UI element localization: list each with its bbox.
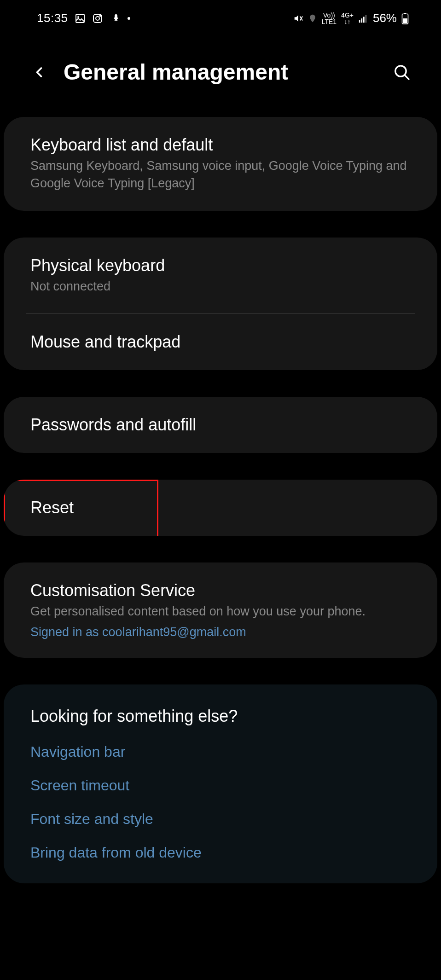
volte-indicator: Vo))LTE1: [322, 12, 337, 25]
search-button[interactable]: [390, 61, 413, 84]
svg-rect-10: [363, 17, 365, 23]
svg-rect-13: [404, 13, 406, 14]
row-title: Reset: [30, 498, 411, 517]
mute-icon: [293, 13, 303, 23]
row-title: Mouse and trackpad: [30, 332, 411, 352]
row-subtitle: Not connected: [30, 278, 411, 296]
page-title: General management: [64, 59, 390, 85]
dot-icon: [127, 17, 131, 20]
search-icon: [393, 63, 411, 81]
card-customisation: Customisation Service Get personalised c…: [4, 562, 437, 658]
signal-icon: [358, 13, 368, 23]
row-physical-keyboard[interactable]: Physical keyboard Not connected: [4, 238, 437, 314]
row-subtitle: Samsung Keyboard, Samsung voice input, G…: [30, 157, 411, 192]
status-right: Vo))LTE1 4G+↓↑ 56%: [293, 11, 409, 25]
card-passwords: Passwords and autofill: [4, 397, 437, 453]
svg-rect-9: [361, 18, 362, 23]
link-navigation-bar[interactable]: Navigation bar: [30, 743, 411, 760]
row-reset[interactable]: Reset: [4, 480, 437, 536]
row-subtitle: Get personalised content based on how yo…: [30, 603, 411, 620]
signed-in-text: Signed in as coolarihant95@gmail.com: [30, 625, 411, 639]
svg-point-5: [128, 17, 130, 20]
svg-rect-14: [403, 18, 407, 23]
row-title: Physical keyboard: [30, 256, 411, 275]
svg-point-4: [99, 15, 100, 16]
status-time: 15:35: [37, 11, 68, 25]
svg-point-3: [96, 17, 99, 20]
looking-for-card: Looking for something else? Navigation b…: [4, 684, 437, 883]
link-font-size-style[interactable]: Font size and style: [30, 811, 411, 828]
row-title: Keyboard list and default: [30, 135, 411, 155]
looking-title: Looking for something else?: [30, 707, 411, 726]
chevron-left-icon: [31, 64, 47, 81]
link-bring-data[interactable]: Bring data from old device: [30, 844, 411, 861]
battery-icon: [401, 12, 409, 24]
link-screen-timeout[interactable]: Screen timeout: [30, 777, 411, 794]
svg-rect-11: [366, 15, 367, 22]
row-title: Customisation Service: [30, 581, 411, 600]
row-title: Passwords and autofill: [30, 415, 411, 435]
card-reset: Reset: [4, 480, 437, 536]
row-mouse-trackpad[interactable]: Mouse and trackpad: [4, 314, 437, 370]
status-left: 15:35: [37, 11, 131, 25]
row-passwords-autofill[interactable]: Passwords and autofill: [4, 397, 437, 453]
image-icon: [75, 13, 86, 24]
status-bar: 15:35 Vo))LTE1 4G+↓↑ 56%: [0, 0, 441, 36]
card-input-devices: Physical keyboard Not connected Mouse an…: [4, 238, 437, 371]
instagram-icon: [92, 13, 103, 24]
svg-rect-0: [76, 14, 84, 23]
row-keyboard-list[interactable]: Keyboard list and default Samsung Keyboa…: [4, 117, 437, 211]
location-icon: [308, 14, 317, 23]
battery-percentage: 56%: [373, 11, 397, 25]
svg-line-16: [405, 75, 409, 79]
page-header: General management: [0, 36, 441, 117]
svg-point-1: [77, 16, 79, 18]
row-customisation-service[interactable]: Customisation Service Get personalised c…: [4, 562, 437, 658]
network-4g-indicator: 4G+↓↑: [341, 12, 354, 25]
snapchat-icon: [110, 13, 121, 24]
card-keyboard-list: Keyboard list and default Samsung Keyboa…: [4, 117, 437, 211]
svg-rect-8: [359, 20, 360, 22]
back-button[interactable]: [28, 61, 51, 84]
